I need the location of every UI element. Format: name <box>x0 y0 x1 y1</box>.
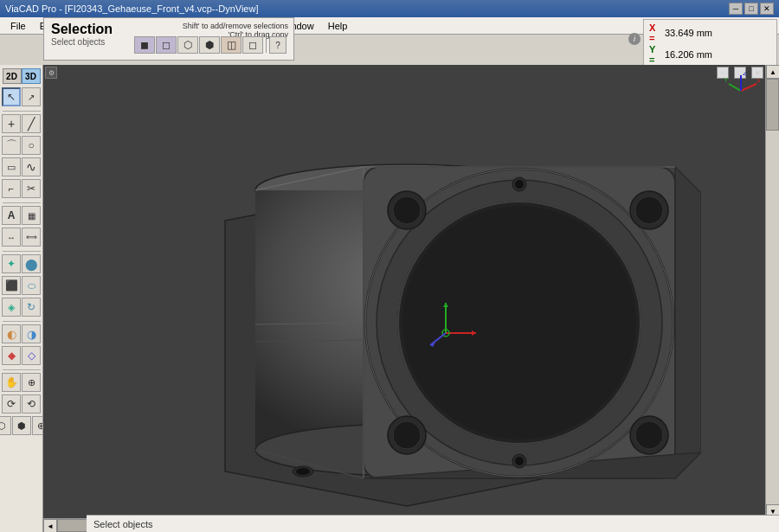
dimension-tool[interactable]: ↔ <box>2 228 21 247</box>
rotate-tool-2[interactable]: ⟲ <box>22 394 41 413</box>
draw-tools-group-2: ⌒ ○ <box>2 136 41 155</box>
render-tool-2[interactable]: ◇ <box>22 346 41 365</box>
small-hole-top <box>512 177 526 191</box>
minimize-button[interactable]: ─ <box>729 3 743 15</box>
selection-title: Selection <box>44 18 119 37</box>
menu-item-file[interactable]: File <box>3 19 33 33</box>
inner-hole <box>398 202 641 444</box>
x-value: 33.649 mm <box>665 28 712 38</box>
2d-mode-button[interactable]: 2D <box>3 68 22 84</box>
hatch-tool[interactable]: ▦ <box>22 206 41 225</box>
separator-5 <box>3 369 41 370</box>
draw-tools-group-4: ⌐ ✂ <box>2 179 41 198</box>
move-3d-tool[interactable]: ✦ <box>2 254 21 273</box>
pan-tool[interactable]: ✋ <box>2 373 21 392</box>
svg-line-2 <box>729 84 741 91</box>
spline-tool[interactable]: ∿ <box>22 157 41 176</box>
separator-4 <box>3 321 41 322</box>
cube-nav-2[interactable]: ⬢ <box>12 416 31 435</box>
select-tools-group: ↖ ↗ <box>2 87 41 106</box>
nav-group-3: ⬡ ⬢ ⊕ <box>0 416 43 435</box>
svg-point-26 <box>635 196 663 224</box>
line-tool[interactable]: ╱ <box>22 114 41 133</box>
arrow-select-tool-2[interactable]: ↗ <box>22 87 41 106</box>
svg-line-0 <box>741 84 756 91</box>
cube-nav-3[interactable]: ⊕ <box>32 416 44 435</box>
select-tool-3[interactable]: ⬡ <box>177 36 198 54</box>
rotate-tool-1[interactable]: ⟳ <box>2 394 21 413</box>
rect-tool[interactable]: ▭ <box>2 157 21 176</box>
draw-tools-group-1: + ╱ <box>2 114 41 133</box>
main-area: 2D 3D ↖ ↗ + ╱ ⌒ ○ ▭ ∿ ⌐ ✂ A ▦ <box>0 65 779 532</box>
y-value: 16.206 mm <box>665 49 712 60</box>
arrow-select-tool[interactable]: ↖ <box>2 87 21 106</box>
separator-1 <box>3 111 41 112</box>
coord-row-y: Y = 16.206 mm <box>649 44 771 65</box>
dimension-group: ↔ ⟺ <box>2 228 41 247</box>
circle-tool[interactable]: ○ <box>22 136 41 155</box>
mount-hole-tr <box>630 191 668 229</box>
scroll-up-button[interactable]: ▲ <box>766 65 779 79</box>
point-tool[interactable]: + <box>2 114 21 133</box>
titlebar-title: ViaCAD Pro - [FI20343_Gehaeuse_Front_v4.… <box>5 3 258 14</box>
scroll-thumb-vertical[interactable] <box>766 79 779 131</box>
render-tool-1[interactable]: ◆ <box>2 346 21 365</box>
menu-item-help[interactable]: Help <box>321 19 355 33</box>
3d-mode-button[interactable]: 3D <box>22 68 41 84</box>
viewport-settings-button[interactable]: ⚙ <box>45 67 57 79</box>
trim-tool[interactable]: ✂ <box>22 179 41 198</box>
3d-tools-group-3: ◈ ↻ <box>2 298 41 317</box>
svg-point-30 <box>635 421 663 449</box>
svg-point-24 <box>393 196 421 224</box>
part-svg <box>113 108 701 532</box>
fillet-tool[interactable]: ⌐ <box>2 179 21 198</box>
text-tool[interactable]: A <box>2 206 21 225</box>
svg-point-22 <box>402 206 636 439</box>
shift-hint: Shift' to add/remove selections <box>183 22 288 30</box>
material-tool-1[interactable]: ◐ <box>2 324 21 343</box>
coord-row-x: X = 33.649 mm <box>649 22 771 43</box>
svg-text:Y: Y <box>724 76 729 84</box>
svg-marker-13 <box>675 167 701 478</box>
separator-3 <box>3 251 41 252</box>
dimension-tool-2[interactable]: ⟺ <box>22 228 41 247</box>
arc-tool[interactable]: ⌒ <box>2 136 21 155</box>
x-label: X = <box>649 22 661 43</box>
zoom-tool[interactable]: ⊕ <box>22 373 41 392</box>
side-small-hole <box>293 466 313 477</box>
statusbar: Select objects <box>87 515 779 532</box>
info-icon[interactable]: i <box>628 33 641 45</box>
svg-point-34 <box>515 457 524 465</box>
3d-tools-group-1: ✦ ⬤ <box>2 254 41 273</box>
separator-2 <box>3 202 41 203</box>
select-tool-2[interactable]: ◻ <box>156 36 177 54</box>
svg-point-28 <box>393 421 421 449</box>
selection-hint: Select objects <box>44 37 119 47</box>
cube-nav-1[interactable]: ⬡ <box>0 416 11 435</box>
loft-tool[interactable]: ◈ <box>2 298 21 317</box>
cylinder-tool[interactable]: ⬭ <box>22 276 41 295</box>
select-tool-7[interactable]: ? <box>269 36 286 54</box>
statusbar-text: Select objects <box>93 519 152 529</box>
svg-point-40 <box>296 468 310 475</box>
revolve-tool[interactable]: ↻ <box>22 298 41 317</box>
maximize-button[interactable]: □ <box>744 3 758 15</box>
sphere-tool[interactable]: ⬤ <box>22 254 41 273</box>
scroll-left-button[interactable]: ◄ <box>43 519 57 532</box>
material-tool-2[interactable]: ◑ <box>22 324 41 343</box>
toolbar-separator <box>266 37 267 53</box>
select-tool-1[interactable]: ◼ <box>134 36 155 54</box>
svg-text:X: X <box>756 77 760 85</box>
titlebar: ViaCAD Pro - [FI20343_Gehaeuse_Front_v4.… <box>0 0 779 17</box>
vertical-scrollbar[interactable]: ▲ ▼ <box>765 65 779 518</box>
nav-group-2: ⟳ ⟲ <box>2 394 41 413</box>
close-button[interactable]: ✕ <box>760 3 774 15</box>
left-toolbar: 2D 3D ↖ ↗ + ╱ ⌒ ○ ▭ ∿ ⌐ ✂ A ▦ <box>0 65 43 532</box>
box-tool[interactable]: ⬛ <box>2 276 21 295</box>
select-tool-4[interactable]: ⬢ <box>199 36 220 54</box>
select-tool-6[interactable]: ◻ <box>242 36 263 54</box>
select-tool-5[interactable]: ◫ <box>221 36 241 54</box>
viewport[interactable]: ─ □ ✕ ⚙ X Y Z <box>43 65 779 532</box>
svg-text:Z: Z <box>743 72 747 77</box>
selection-toolbar: ◼ ◻ ⬡ ⬢ ◫ ◻ ? <box>134 36 286 54</box>
